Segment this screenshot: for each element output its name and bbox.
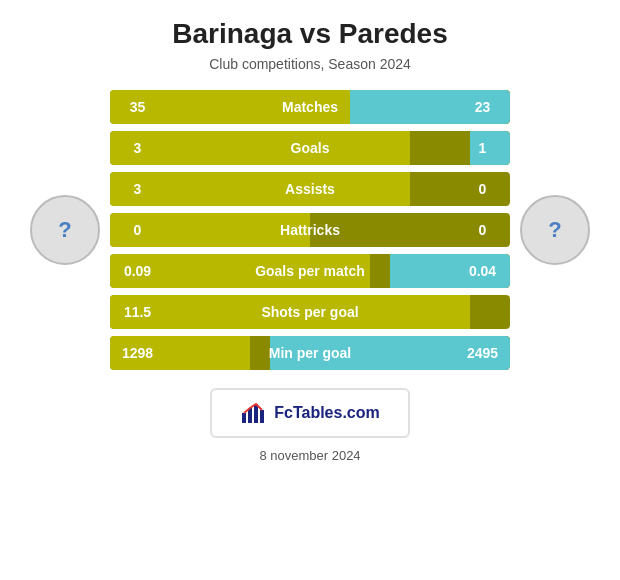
stat-val-right: 0: [455, 222, 510, 238]
stat-label: Hattricks: [165, 222, 455, 238]
player-left-placeholder: ?: [58, 217, 71, 243]
stat-label: Shots per goal: [165, 304, 455, 320]
stat-val-right: 0.04: [455, 263, 510, 279]
stat-val-left: 35: [110, 99, 165, 115]
stat-row: 0Hattricks0: [110, 213, 510, 247]
fctables-icon: [240, 399, 268, 427]
player-right-avatar: ?: [520, 195, 590, 265]
logo-text: FcTables.com: [274, 404, 380, 422]
stat-row: 3Assists0: [110, 172, 510, 206]
page-title: Barinaga vs Paredes: [172, 18, 448, 50]
stat-val-left: 1298: [110, 345, 165, 361]
stat-label: Goals per match: [165, 263, 455, 279]
stat-val-right: 1: [455, 140, 510, 156]
stat-row: 3Goals1: [110, 131, 510, 165]
stat-val-left: 0: [110, 222, 165, 238]
stat-row: 35Matches23: [110, 90, 510, 124]
date-text: 8 november 2024: [259, 448, 360, 463]
stat-row: 11.5Shots per goal: [110, 295, 510, 329]
player-left-avatar: ?: [30, 195, 100, 265]
stat-val-right: 0: [455, 181, 510, 197]
stat-val-left: 3: [110, 140, 165, 156]
stat-row: 1298Min per goal2495: [110, 336, 510, 370]
stat-val-left: 11.5: [110, 304, 165, 320]
logo-area: FcTables.com: [210, 388, 410, 438]
stat-label: Goals: [165, 140, 455, 156]
svg-rect-0: [242, 413, 246, 423]
stat-row: 0.09Goals per match0.04: [110, 254, 510, 288]
page-subtitle: Club competitions, Season 2024: [209, 56, 411, 72]
stat-val-left: 0.09: [110, 263, 165, 279]
comparison-area: ? 35Matches233Goals13Assists00Hattricks0…: [10, 90, 610, 370]
stat-val-left: 3: [110, 181, 165, 197]
player-right-icon: ?: [510, 195, 600, 265]
player-right-placeholder: ?: [548, 217, 561, 243]
player-left-icon: ?: [20, 195, 110, 265]
svg-rect-3: [260, 410, 264, 423]
page-container: Barinaga vs Paredes Club competitions, S…: [0, 0, 620, 580]
svg-rect-2: [254, 404, 258, 423]
stat-label: Matches: [165, 99, 455, 115]
stat-label: Assists: [165, 181, 455, 197]
stat-val-right: 23: [455, 99, 510, 115]
stat-val-right: 2495: [455, 345, 510, 361]
stat-label: Min per goal: [165, 345, 455, 361]
stats-column: 35Matches233Goals13Assists00Hattricks00.…: [110, 90, 510, 370]
